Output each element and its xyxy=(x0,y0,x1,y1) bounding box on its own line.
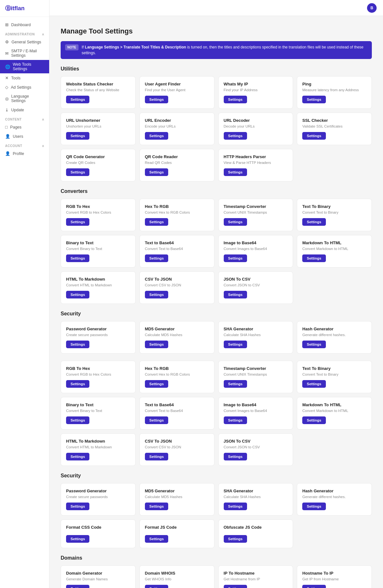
tool-card-md5-generator2: MD5 GeneratorCalculate MD5 HashesSetting… xyxy=(139,483,214,516)
settings-button-html-to-markdown2[interactable]: Settings xyxy=(66,453,89,460)
settings-button-ip-to-hostname[interactable]: Settings xyxy=(224,585,247,588)
settings-button-markdown-to-html2[interactable]: Settings xyxy=(302,416,326,424)
tool-card-desc: Convert RGB to Hex Colors xyxy=(66,372,130,376)
language-icon: ◎ xyxy=(5,96,9,101)
settings-button-password-generator[interactable]: Settings xyxy=(66,341,89,348)
tool-card-desc: Unshorten your URLs xyxy=(66,124,130,128)
globe-icon: 🌐 xyxy=(5,64,10,69)
settings-button-hash-generator[interactable]: Settings xyxy=(302,341,326,348)
settings-button-text-to-base642[interactable]: Settings xyxy=(145,416,168,424)
tool-card-format-js-code: Format JS CodeSettings xyxy=(139,519,214,548)
settings-button-rgb-to-hex[interactable]: Settings xyxy=(66,218,89,226)
tool-card-title: RGB To Hex xyxy=(66,204,130,209)
tool-card-url-decoder: URL DecoderDecode your URLsSettings xyxy=(218,113,293,145)
tool-card-title: HTML To Markdown xyxy=(66,439,130,444)
settings-button-password-generator2[interactable]: Settings xyxy=(66,503,89,510)
tool-card-desc: Check the Status of any Website xyxy=(66,88,130,92)
sidebar-item-tools[interactable]: ✕ Tools xyxy=(0,73,49,83)
settings-button-json-to-csv2[interactable]: Settings xyxy=(224,453,247,460)
settings-button-text-to-base64[interactable]: Settings xyxy=(145,254,168,262)
settings-button-url-decoder[interactable]: Settings xyxy=(224,132,247,140)
settings-button-hash-generator2[interactable]: Settings xyxy=(302,503,326,510)
avatar[interactable]: B xyxy=(367,3,377,13)
settings-button-csv-to-json[interactable]: Settings xyxy=(145,291,168,298)
settings-button-rgb-to-hex2[interactable]: Settings xyxy=(66,380,89,388)
settings-button-timestamp-converter2[interactable]: Settings xyxy=(224,380,247,388)
tool-card-format-css-code: Format CSS CodeSettings xyxy=(61,519,136,548)
page-content: Manage Tool Settings NOTE If Language Se… xyxy=(61,27,372,588)
settings-button-qr-code-generator[interactable]: Settings xyxy=(66,168,89,176)
tools-icon: ✕ xyxy=(5,76,9,80)
tool-card-rgb-to-hex2: RGB To HexConvert RGB to Hex ColorsSetti… xyxy=(61,361,136,393)
tool-card-title: SHA Generator xyxy=(224,489,288,493)
settings-button-md5-generator[interactable]: Settings xyxy=(145,341,168,348)
sidebar-item-general-settings[interactable]: ⚙ General Settings xyxy=(0,37,49,47)
settings-button-image-to-base64[interactable]: Settings xyxy=(224,254,247,262)
settings-button-html-to-markdown[interactable]: Settings xyxy=(66,291,89,298)
settings-button-binary-to-text2[interactable]: Settings xyxy=(66,416,89,424)
sidebar-item-ad-settings[interactable]: ◇ Ad Settings xyxy=(0,83,49,92)
tool-card-json-to-csv: JSON To CSVConvert JSON to CSVSettings xyxy=(218,271,293,304)
settings-button-url-encoder[interactable]: Settings xyxy=(145,132,168,140)
chevron-icon: ∧ xyxy=(42,144,44,148)
logo: Ⓑitflan xyxy=(0,0,49,17)
tool-card-desc: Convert Text to Base64 xyxy=(145,409,209,413)
sidebar-item-update[interactable]: ⤓ Update xyxy=(0,105,49,114)
settings-button-hex-to-rgb2[interactable]: Settings xyxy=(145,380,168,388)
tool-card-title: SHA Generator xyxy=(224,327,288,331)
settings-button-hex-to-rgb[interactable]: Settings xyxy=(145,218,168,226)
tool-card-timestamp-converter2: Timestamp ConverterConvert UNIX Timestam… xyxy=(218,361,293,393)
sidebar-item-pages[interactable]: □ Pages xyxy=(0,122,49,132)
security2-grid: Password GeneratorCreate secure password… xyxy=(61,483,372,548)
note-text: If Language Settings > Translate Tool Ti… xyxy=(82,44,367,56)
settings-button-domain-whois[interactable]: Settings xyxy=(145,585,168,588)
settings-button-binary-to-text[interactable]: Settings xyxy=(66,254,89,262)
tool-card-desc: Validate SSL Certificates xyxy=(302,124,366,128)
tool-card-desc: Convert Text to Binary xyxy=(302,372,366,376)
settings-button-whats-my-ip[interactable]: Settings xyxy=(224,96,247,103)
settings-button-format-css-code[interactable]: Settings xyxy=(66,535,89,543)
settings-button-website-status-checker[interactable]: Settings xyxy=(66,96,89,103)
settings-button-sha-generator2[interactable]: Settings xyxy=(224,503,247,510)
sidebar-item-smtp-settings[interactable]: ✉ SMTP / E-Mail Settings xyxy=(0,47,49,60)
tool-card-title: CSV To JSON xyxy=(145,277,209,282)
settings-button-markdown-to-html[interactable]: Settings xyxy=(302,254,326,262)
settings-button-domain-generator[interactable]: Settings xyxy=(66,585,89,588)
settings-button-text-to-binary[interactable]: Settings xyxy=(302,218,326,226)
tool-card-image-to-base64: Image to Base64Convert Images to Base64S… xyxy=(218,235,293,268)
tool-card-title: JSON To CSV xyxy=(224,277,288,282)
settings-button-url-unshortener[interactable]: Settings xyxy=(66,132,89,140)
sidebar-item-language-settings[interactable]: ◎ Language Settings xyxy=(0,92,49,105)
sidebar-item-users[interactable]: 👤 Users xyxy=(0,132,49,141)
sidebar-item-dashboard[interactable]: ⊞ Dashboard xyxy=(0,20,49,29)
gear-icon: ⚙ xyxy=(5,40,9,44)
settings-button-ping[interactable]: Settings xyxy=(302,96,326,103)
tool-card-title: Whats My IP xyxy=(224,82,288,86)
settings-button-json-to-csv[interactable]: Settings xyxy=(224,291,247,298)
settings-button-timestamp-converter[interactable]: Settings xyxy=(224,218,247,226)
settings-button-qr-code-reader[interactable]: Settings xyxy=(145,168,168,176)
settings-button-hostname-to-ip[interactable]: Settings xyxy=(302,585,326,588)
settings-button-format-js-code[interactable]: Settings xyxy=(145,535,168,543)
settings-button-csv-to-json2[interactable]: Settings xyxy=(145,453,168,460)
tool-card-desc: Convert RGB to Hex Colors xyxy=(66,210,130,214)
sidebar-item-profile[interactable]: 👤 Profile xyxy=(0,149,49,158)
page-title: Manage Tool Settings xyxy=(61,27,372,35)
settings-button-image-to-base642[interactable]: Settings xyxy=(224,416,247,424)
settings-button-md5-generator2[interactable]: Settings xyxy=(145,503,168,510)
settings-button-text-to-binary2[interactable]: Settings xyxy=(302,380,326,388)
settings-button-user-agent-finder[interactable]: Settings xyxy=(145,96,168,103)
sidebar-item-label: Tools xyxy=(11,76,20,80)
tool-card-csv-to-json: CSV To JSONConvert CSV to JSONSettings xyxy=(139,271,214,304)
settings-button-sha-generator[interactable]: Settings xyxy=(224,341,247,348)
sidebar-item-label: Web Tools Settings xyxy=(13,62,44,71)
settings-button-ssl-checker[interactable]: Settings xyxy=(302,132,326,140)
tool-card-title: Hash Generator xyxy=(302,489,366,493)
tool-card-rgb-to-hex: RGB To HexConvert RGB to Hex ColorsSetti… xyxy=(61,199,136,231)
section-label-content: CONTENT ∧ xyxy=(0,114,49,122)
sidebar-item-web-tools-settings[interactable]: 🌐 Web Tools Settings xyxy=(0,60,49,73)
tool-card-title: Image to Base64 xyxy=(224,240,288,245)
settings-button-http-headers-parser[interactable]: Settings xyxy=(224,168,247,176)
tool-card-desc: Calculate SHA Hashes xyxy=(224,495,288,499)
settings-button-obfuscate-js-code[interactable]: Settings xyxy=(224,535,247,543)
